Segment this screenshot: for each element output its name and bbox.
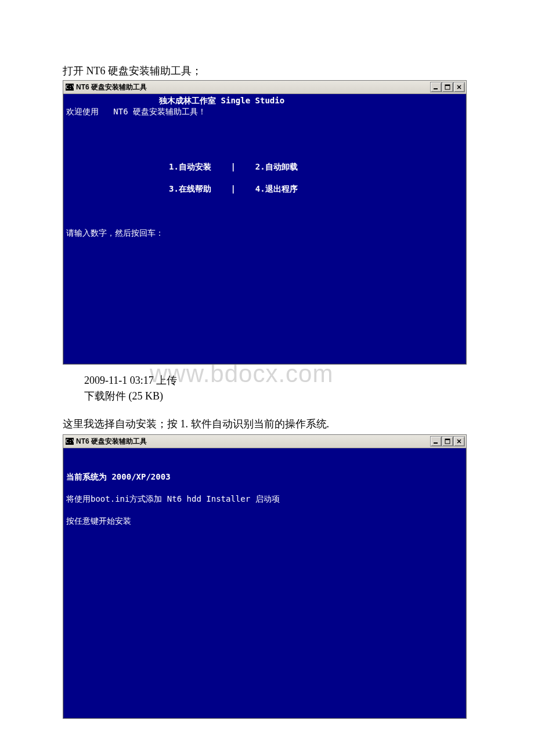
svg-rect-7 [445,439,450,440]
welcome-line: 欢迎使用 NT6 硬盘安装辅助工具！ [66,107,206,116]
menu-row-1: 1.自动安装 | 2.自动卸载 [66,162,298,171]
cmd-icon: C:\ [66,438,74,445]
console-body-1: 独木成林工作室 Single Studio 欢迎使用 NT6 硬盘安装辅助工具！… [63,94,466,364]
caption-open-tool: 打开 NT6 硬盘安装辅助工具； [63,64,534,78]
title-text-2: NT6 硬盘安装辅助工具 [76,437,428,447]
current-system-line: 当前系统为 2000/XP/2003 [66,472,171,481]
minimize-icon [433,84,439,90]
console-window-1: C:\ NT6 硬盘安装辅助工具 独木成林工作室 Single Studio 欢… [63,80,467,365]
window-controls-1 [430,82,465,92]
window-controls-2 [430,436,465,447]
studio-line: 独木成林工作室 Single Studio [66,96,284,105]
prompt-line: 请输入数字，然后按回车： [66,228,164,237]
close-button[interactable] [453,436,465,447]
bootini-line: 将使用boot.ini方式添加 Nt6 hdd Installer 启动项 [66,494,280,503]
maximize-icon [445,438,450,444]
maximize-button[interactable] [442,436,453,447]
close-button[interactable] [453,82,465,92]
svg-rect-0 [434,88,438,89]
minimize-button[interactable] [430,82,442,92]
download-attachment-link[interactable]: 下载附件 (25 KB) [84,390,163,402]
minimize-button[interactable] [430,436,442,447]
press-any-key-line: 按任意键开始安装 [66,516,131,525]
titlebar-1: C:\ NT6 硬盘安装辅助工具 [63,81,466,94]
maximize-button[interactable] [442,82,453,92]
close-icon [456,438,462,444]
close-icon [456,84,462,90]
menu-row-2: 3.在线帮助 | 4.退出程序 [66,184,298,193]
titlebar-2: C:\ NT6 硬盘安装辅助工具 [63,435,466,448]
caption-select-auto-install: 这里我选择自动安装；按 1. 软件自动识别当前的操作系统. [63,417,534,431]
svg-rect-5 [434,442,438,444]
cmd-icon: C:\ [66,84,74,91]
console-body-2: 当前系统为 2000/XP/2003 将使用boot.ini方式添加 Nt6 h… [63,448,466,718]
maximize-icon [445,84,450,90]
svg-rect-2 [445,85,450,86]
title-text-1: NT6 硬盘安装辅助工具 [76,82,428,92]
upload-timestamp: 2009-11-1 03:17 上传 [84,375,177,386]
console-window-2: C:\ NT6 硬盘安装辅助工具 当前系统为 2000/XP/2003 将使用b… [63,434,467,719]
minimize-icon [433,438,439,444]
